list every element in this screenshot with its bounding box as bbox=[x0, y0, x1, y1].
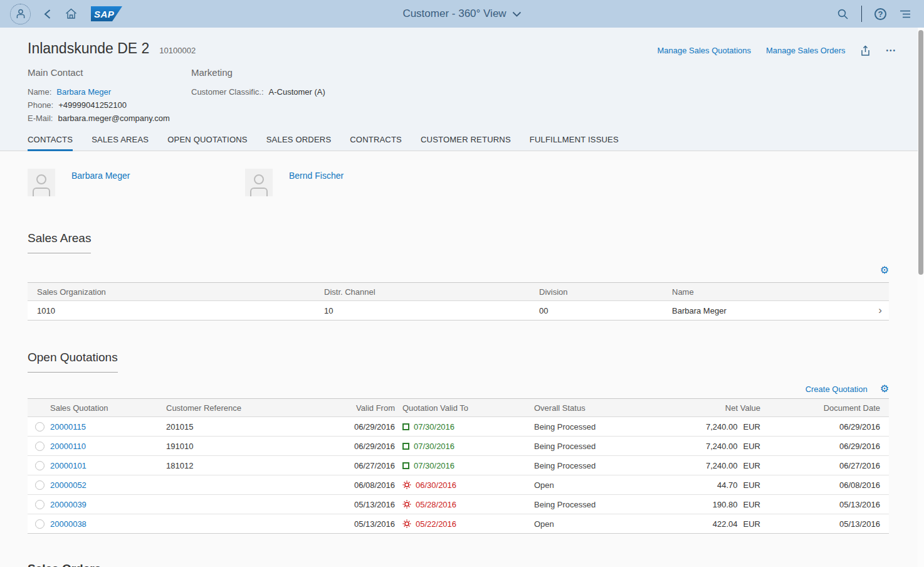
status-overdue-alert-icon bbox=[402, 480, 411, 489]
col-division: Division bbox=[539, 283, 672, 301]
shell-bar: SAP Customer - 360° View ? bbox=[0, 0, 924, 28]
row-select-radio[interactable] bbox=[35, 500, 45, 509]
menu-list-icon bbox=[899, 9, 911, 19]
net-value-amount: 7,240.00 bbox=[706, 461, 738, 470]
scrollbar-track[interactable] bbox=[918, 28, 924, 567]
overall-status-value: Being Processed bbox=[508, 495, 658, 514]
quotations-header-row: Sales Quotation Customer Reference Valid… bbox=[28, 399, 889, 417]
row-select-radio[interactable] bbox=[35, 442, 45, 451]
valid-from-value: 05/13/2016 bbox=[339, 514, 395, 534]
create-quotation-button[interactable]: Create Quotation bbox=[806, 384, 868, 394]
quotation-row[interactable]: 20000101 181012 06/27/2016 07/30/2016 Be… bbox=[28, 456, 889, 475]
customer-reference-value bbox=[166, 514, 339, 534]
share-button[interactable] bbox=[860, 45, 871, 56]
tab-customer-returns[interactable]: CUSTOMER RETURNS bbox=[421, 135, 511, 151]
net-value-amount: 7,240.00 bbox=[706, 422, 738, 432]
tab-open-quotations[interactable]: OPEN QUOTATIONS bbox=[167, 135, 247, 151]
contact-card[interactable]: Barbara Meger bbox=[28, 169, 245, 196]
manage-sales-orders-button[interactable]: Manage Sales Orders bbox=[766, 46, 845, 55]
net-value-currency: EUR bbox=[743, 480, 760, 490]
contact-name-link[interactable]: Bernd Fischer bbox=[289, 169, 344, 196]
help-button[interactable]: ? bbox=[872, 6, 889, 23]
search-icon bbox=[837, 8, 849, 20]
classification-label: Customer Classific.: bbox=[191, 85, 264, 98]
tab-sales-areas[interactable]: SALES AREAS bbox=[92, 135, 149, 151]
header-facets: Main Contact Name: Barbara Meger Phone: … bbox=[0, 57, 924, 125]
open-quotations-table: Sales Quotation Customer Reference Valid… bbox=[28, 398, 889, 534]
header-actions: Manage Sales Quotations Manage Sales Ord… bbox=[657, 45, 896, 56]
sales-quotation-link[interactable]: 20000115 bbox=[50, 422, 86, 432]
back-button[interactable] bbox=[41, 6, 54, 22]
net-value-amount: 44.70 bbox=[717, 480, 738, 490]
tab-contracts[interactable]: CONTRACTS bbox=[350, 135, 402, 151]
sales-quotation-link[interactable]: 20000039 bbox=[50, 500, 87, 509]
valid-from-value: 06/27/2016 bbox=[339, 456, 395, 475]
quotation-valid-to-value: 07/30/2016 bbox=[395, 437, 508, 456]
valid-from-value: 06/29/2016 bbox=[339, 437, 395, 456]
shell-divider bbox=[861, 6, 862, 22]
scrollbar-thumb[interactable] bbox=[918, 30, 923, 275]
phone-label: Phone: bbox=[28, 98, 53, 112]
main-contact-email: barbara.meger@company.com bbox=[58, 112, 169, 125]
marketing-facet: Marketing Customer Classific.: A-Custome… bbox=[191, 67, 325, 125]
object-id: 10100002 bbox=[159, 46, 196, 55]
main-contact-facet: Main Contact Name: Barbara Meger Phone: … bbox=[28, 67, 191, 125]
manage-sales-quotations-button[interactable]: Manage Sales Quotations bbox=[657, 46, 751, 55]
sap-logo-text: SAP bbox=[91, 9, 114, 19]
row-select-radio[interactable] bbox=[35, 480, 45, 490]
quotation-row[interactable]: 20000052 06/08/2016 06/30/2016 Open 44.7… bbox=[28, 475, 889, 495]
row-navigation-chevron-icon[interactable]: › bbox=[871, 301, 889, 321]
shell-left-group: SAP bbox=[10, 4, 122, 24]
app-title-menu[interactable]: Customer - 360° View bbox=[402, 8, 521, 20]
distr-channel-value: 10 bbox=[324, 301, 539, 321]
net-value-amount: 190.80 bbox=[713, 500, 738, 509]
sales-quotation-link[interactable]: 20000038 bbox=[50, 519, 87, 529]
document-date-value: 05/13/2016 bbox=[770, 495, 889, 514]
name-label: Name: bbox=[28, 85, 51, 98]
row-select-radio[interactable] bbox=[35, 519, 45, 529]
document-date-value: 06/27/2016 bbox=[770, 456, 889, 475]
user-avatar-button[interactable] bbox=[10, 4, 31, 24]
tab-fulfillment-issues[interactable]: FULFILLMENT ISSUES bbox=[530, 135, 619, 151]
row-select-radio[interactable] bbox=[35, 422, 45, 432]
tab-sales-orders[interactable]: SALES ORDERS bbox=[266, 135, 332, 151]
sales-quotation-link[interactable]: 20000052 bbox=[50, 480, 87, 490]
sales-quotation-link[interactable]: 20000101 bbox=[50, 461, 87, 470]
quotation-row[interactable]: 20000115 201015 06/29/2016 07/30/2016 Be… bbox=[28, 417, 889, 437]
quotation-row[interactable]: 20000039 05/13/2016 05/28/2016 Being Pro… bbox=[28, 495, 889, 514]
overall-status-value: Being Processed bbox=[508, 417, 658, 437]
status-overdue-alert-icon bbox=[402, 500, 411, 509]
person-icon bbox=[15, 8, 26, 19]
valid-from-value: 06/08/2016 bbox=[339, 475, 395, 495]
quotation-row[interactable]: 20000110 191010 06/29/2016 07/30/2016 Be… bbox=[28, 437, 889, 456]
sales-area-row[interactable]: 1010 10 00 Barbara Meger › bbox=[28, 301, 889, 321]
sap-logo[interactable]: SAP bbox=[91, 6, 122, 21]
quotation-row[interactable]: 20000038 05/13/2016 05/22/2016 Open 422.… bbox=[28, 514, 889, 534]
gear-icon: ⚙ bbox=[880, 265, 889, 275]
shell-right-group: ? bbox=[834, 6, 914, 23]
overflow-button[interactable]: ••• bbox=[886, 47, 896, 54]
division-value: 00 bbox=[539, 301, 672, 321]
valid-from-value: 05/13/2016 bbox=[339, 495, 395, 514]
notification-list-button[interactable] bbox=[896, 7, 914, 21]
net-value-currency: EUR bbox=[743, 519, 760, 529]
main-contact-heading: Main Contact bbox=[28, 67, 191, 78]
contact-name-link[interactable]: Barbara Meger bbox=[71, 169, 130, 196]
main-contact-name-link[interactable]: Barbara Meger bbox=[56, 85, 111, 98]
sales-areas-section: Sales Areas ⚙ Sales Organization Distr. … bbox=[28, 196, 889, 321]
sales-quotation-link[interactable]: 20000110 bbox=[50, 442, 86, 451]
row-select-radio[interactable] bbox=[35, 461, 45, 470]
quotations-settings-button[interactable]: ⚙ bbox=[880, 384, 889, 394]
net-value-currency: EUR bbox=[743, 461, 760, 470]
person-icon bbox=[31, 172, 52, 196]
contact-card[interactable]: Bernd Fischer bbox=[245, 169, 463, 196]
sales-areas-settings-button[interactable]: ⚙ bbox=[880, 265, 889, 275]
overflow-icon: ••• bbox=[886, 47, 896, 54]
document-date-value: 06/29/2016 bbox=[770, 437, 889, 456]
home-button[interactable] bbox=[63, 6, 80, 22]
overall-status-value: Open bbox=[508, 514, 658, 534]
tab-contacts[interactable]: CONTACTS bbox=[28, 135, 73, 151]
search-button[interactable] bbox=[834, 6, 851, 23]
quotation-valid-to-value: 07/30/2016 bbox=[395, 417, 508, 437]
document-date-value: 06/29/2016 bbox=[770, 417, 889, 437]
